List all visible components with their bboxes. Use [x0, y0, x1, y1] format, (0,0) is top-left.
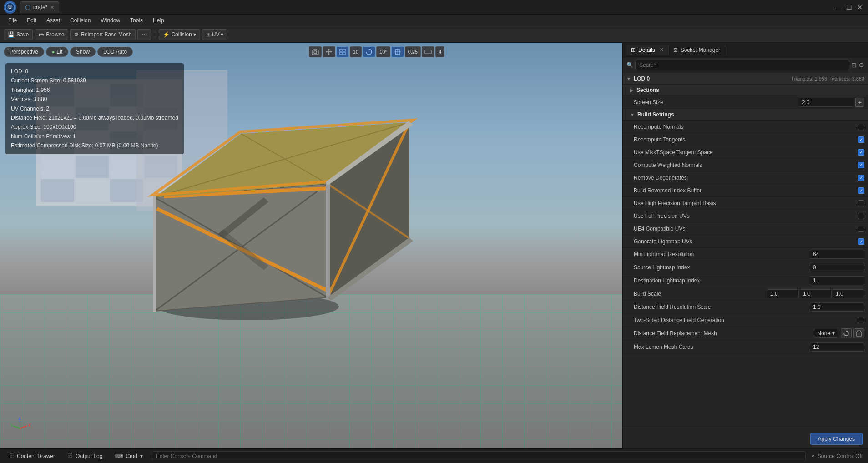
columns-icon[interactable]: ⊟ [851, 61, 857, 69]
menu-window[interactable]: Window [96, 16, 125, 25]
socket-manager-tab[interactable]: ⊠ Socket Manager [669, 45, 725, 55]
recompute-normals-checkbox[interactable] [858, 124, 864, 130]
console-command-input[interactable] [152, 451, 806, 461]
svg-rect-35 [340, 49, 342, 51]
lod0-stats: Triangles: 1,956 Vertices: 3,880 [792, 76, 864, 81]
distance-field-mesh-label: Distance Field Replacement Mesh [634, 330, 814, 337]
viewport[interactable]: X Y Z Perspective ● Lit Show LOD Auto [0, 43, 622, 448]
titlebar: U ⬡ crate* ✕ — ☐ ✕ [0, 0, 868, 15]
recompute-normals-row: Recompute Normals [623, 121, 868, 133]
socket-icon: ⊠ [673, 47, 678, 53]
collision-label: Collision [171, 31, 192, 38]
generate-lightmap-checkbox[interactable] [858, 238, 864, 245]
ue4-compatible-label: UE4 Compatible UVs [634, 226, 858, 232]
use-full-precision-checkbox[interactable] [858, 213, 864, 219]
cmd-button[interactable]: ⌨ Cmd ▾ [111, 452, 146, 460]
screen-size-add-button[interactable]: + [855, 98, 864, 107]
output-log-button[interactable]: ☰ Output Log [64, 452, 106, 460]
details-tab-close[interactable]: ✕ [660, 47, 664, 53]
collision-dropdown-icon: ▾ [193, 31, 196, 38]
apply-changes-button[interactable]: Apply Changes [810, 433, 863, 445]
menu-tools[interactable]: Tools [126, 16, 147, 25]
collision-icon: ⚡ [163, 31, 170, 38]
scale-icon-button[interactable] [391, 46, 404, 57]
rotation-icon-button[interactable] [363, 46, 375, 57]
reimport-icon: ↺ [74, 31, 79, 38]
search-input[interactable] [635, 60, 849, 70]
translate-icon-button[interactable] [323, 46, 335, 57]
use-high-precision-checkbox[interactable] [858, 200, 864, 206]
close-window-button[interactable]: ✕ [855, 3, 864, 12]
menu-edit[interactable]: Edit [22, 16, 41, 25]
collision-button[interactable]: ⚡ Collision ▾ [159, 29, 200, 40]
tab-close-button[interactable]: ✕ [50, 5, 54, 10]
distance-field-res-input[interactable] [810, 302, 864, 312]
svg-text:U: U [8, 5, 12, 10]
dropdown-arrow-icon: ▾ [832, 330, 835, 337]
browse-button[interactable]: 🗁 Browse [35, 29, 68, 40]
lit-mode-button[interactable]: ● Lit [46, 47, 68, 57]
minimize-button[interactable]: — [833, 3, 843, 12]
max-lumen-label: Max Lumen Mesh Cards [634, 344, 810, 350]
recompute-tangents-checkbox[interactable] [858, 136, 864, 143]
content-drawer-button[interactable]: ☰ Content Drawer [5, 452, 59, 460]
build-scale-z-input[interactable] [833, 289, 864, 298]
details-tab[interactable]: ⊞ Details ✕ [626, 45, 669, 55]
sections-subsection-header[interactable]: ▶ Sections [623, 85, 868, 96]
distance-field-mesh-reset-button[interactable] [841, 328, 852, 338]
build-scale-x-input[interactable] [767, 289, 799, 298]
ue4-compatible-checkbox[interactable] [858, 226, 864, 232]
menu-file[interactable]: File [4, 16, 21, 25]
svg-rect-45 [856, 332, 862, 336]
maximize-button[interactable]: ☐ [844, 3, 853, 12]
two-sided-distance-checkbox[interactable] [858, 317, 864, 323]
menu-collision[interactable]: Collision [66, 16, 95, 25]
min-lightmap-res-input[interactable] [810, 250, 864, 259]
grid-icon-button[interactable] [336, 46, 349, 57]
active-tab[interactable]: ⬡ crate* ✕ [20, 1, 59, 13]
mesh-icon: ⬡ [25, 4, 30, 11]
distance-field-mesh-browse-button[interactable] [853, 328, 864, 338]
distance-field-mesh-dropdown[interactable]: None ▾ [814, 329, 838, 338]
source-lightmap-input[interactable] [810, 263, 864, 272]
svg-marker-32 [328, 54, 330, 55]
camera-speed-button[interactable] [422, 46, 434, 57]
destination-lightmap-input[interactable] [810, 276, 864, 285]
show-button[interactable]: Show [70, 47, 96, 57]
remove-degenerates-checkbox[interactable] [858, 175, 864, 181]
build-reversed-row: Build Reversed Index Buffer [623, 184, 868, 197]
perspective-mode-button[interactable]: Perspective [4, 47, 44, 57]
use-mikkt-checkbox[interactable] [858, 149, 864, 156]
build-settings-header[interactable]: ▼ Build Settings [623, 109, 868, 121]
info-overlay: LOD: 0 Current Screen Size: 0.581939 Tri… [5, 63, 184, 154]
source-control-indicator[interactable]: ⚬ Source Control Off [811, 453, 863, 459]
menubar: File Edit Asset Collision Window Tools H… [0, 15, 868, 26]
camera-speed-value-button[interactable]: 4 [435, 46, 444, 57]
screen-size-row: Screen Size + [623, 96, 868, 109]
menu-help[interactable]: Help [148, 16, 169, 25]
compute-weighted-checkbox[interactable] [858, 162, 864, 168]
distance-field-mesh-dropdown-value: None [817, 330, 830, 337]
settings-icon[interactable]: ⚙ [858, 61, 864, 69]
use-mikkt-row: Use MikkTSpace Tangent Space [623, 146, 868, 159]
svg-point-27 [314, 51, 317, 54]
tab-label: crate* [33, 4, 47, 10]
sections-title: Sections [636, 87, 864, 93]
menu-asset[interactable]: Asset [42, 16, 65, 25]
uv-button[interactable]: ⊞ UV ▾ [202, 29, 228, 40]
grid-value-button[interactable]: 10 [350, 46, 362, 57]
camera-icon-button[interactable] [309, 46, 322, 57]
toolbar: 💾 Save 🗁 Browse ↺ Reimport Base Mesh ⋯ ⚡… [0, 26, 868, 43]
svg-line-20 [20, 426, 27, 428]
build-reversed-checkbox[interactable] [858, 187, 864, 194]
angle-value-button[interactable]: 10° [376, 46, 390, 57]
lod-auto-button[interactable]: LOD Auto [97, 47, 133, 57]
lod0-section-header[interactable]: ▼ LOD 0 Triangles: 1,956 Vertices: 3,880 [623, 73, 868, 85]
scale-value-button[interactable]: 0.25 [405, 46, 421, 57]
build-scale-y-input[interactable] [800, 289, 832, 298]
screen-size-input[interactable] [799, 98, 853, 107]
max-lumen-input[interactable] [810, 342, 864, 352]
reimport-button[interactable]: ↺ Reimport Base Mesh [70, 29, 136, 40]
more-options-button[interactable]: ⋯ [137, 29, 151, 40]
save-button[interactable]: 💾 Save [4, 29, 33, 40]
